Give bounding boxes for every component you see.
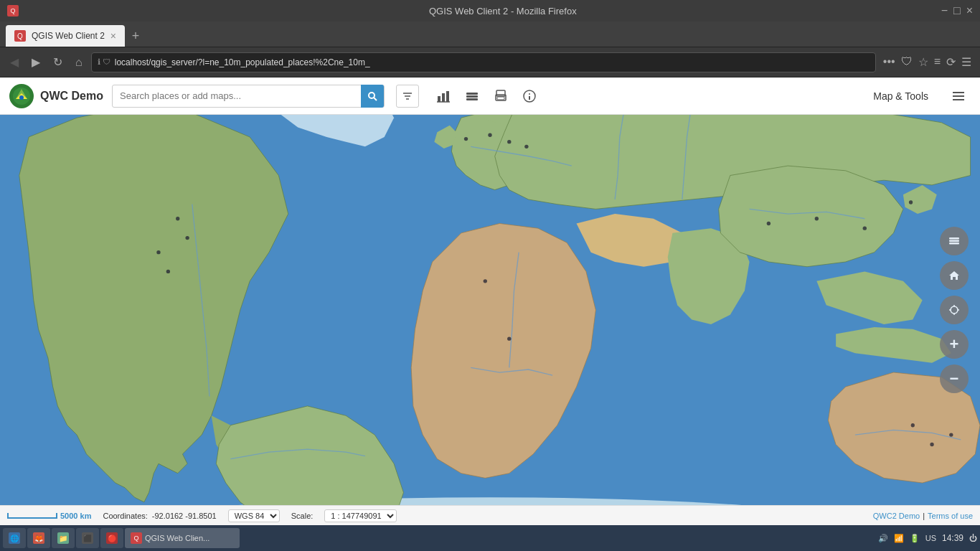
title-bar: Q QGIS Web Client 2 - Mozilla Firefox − … (0, 0, 980, 22)
hamburger-menu-button[interactable]: ☰ (961, 55, 971, 69)
taskbar-item-terminal[interactable]: ⬛ (76, 528, 99, 548)
app-toolbar: QWC Demo (0, 77, 980, 115)
svg-rect-9 (442, 93, 445, 102)
map-tools-button[interactable]: Map & Tools (864, 86, 937, 106)
power-button[interactable]: ⏻ (969, 534, 977, 542)
status-bar: 5000 km Coordinates: -92.0162 -91.8501 W… (0, 505, 980, 525)
keyboard-layout[interactable]: US (925, 534, 936, 542)
svg-point-29 (156, 250, 160, 254)
taskbar-item-app[interactable]: 🔴 (100, 528, 123, 548)
window-title: QGIS Web Client 2 - Mozilla Firefox (65, 6, 941, 17)
map-controls: + − (940, 227, 969, 393)
home-ctrl-icon (948, 269, 961, 282)
crs-selector[interactable]: WGS 84 (228, 509, 280, 522)
minimize-button[interactable]: − (941, 4, 948, 17)
svg-rect-15 (496, 90, 505, 96)
svg-rect-14 (466, 98, 478, 100)
star-button[interactable]: ☆ (918, 55, 928, 69)
library-button[interactable]: ≡ (934, 55, 941, 69)
svg-point-33 (507, 140, 511, 143)
app-title-text: QWC Demo (40, 90, 103, 103)
home-control-button[interactable] (940, 261, 969, 290)
browser-action-buttons: ••• 🛡 ☆ ≡ ⟳ ☰ (880, 55, 974, 69)
status-separator: | (923, 512, 925, 520)
taskbar-firefox-icon: 🦊 (33, 532, 44, 544)
info-button[interactable] (517, 83, 542, 109)
taskbar-item-firefox[interactable]: 🦊 (27, 528, 50, 548)
crosshair-control-button[interactable] (940, 296, 969, 324)
svg-point-2 (19, 95, 24, 100)
taskbar-item-files[interactable]: 📁 (52, 528, 75, 548)
crosshair-ctrl-icon (948, 303, 961, 316)
svg-point-32 (488, 133, 491, 137)
sync-button[interactable]: ⟳ (946, 55, 956, 69)
battery-icon[interactable]: 🔋 (910, 534, 920, 543)
layers-control-button[interactable] (940, 227, 969, 255)
app-logo: QWC Demo (9, 83, 103, 109)
tab-bar: Q QGIS Web Client 2 × + (0, 22, 980, 47)
chart-button[interactable] (430, 83, 456, 109)
map-tools-label: Map & Tools (873, 90, 928, 102)
zoom-out-control-button[interactable]: − (940, 364, 969, 393)
svg-point-3 (369, 93, 374, 98)
print-icon (494, 89, 508, 103)
layers-icon (465, 89, 479, 103)
taskbar-network-icon: 🌐 (9, 532, 20, 544)
taskbar-app-icon: 🔴 (106, 532, 118, 544)
tab-close-button[interactable]: × (110, 30, 116, 42)
refresh-button[interactable]: ↻ (49, 52, 67, 72)
url-text: localhost/qgis_server/?l=ne_10m_populate… (115, 57, 870, 67)
browser-favicon: Q (7, 5, 19, 17)
svg-rect-17 (497, 97, 504, 100)
back-button[interactable]: ◀ (6, 52, 23, 72)
app-window: QWC Demo (0, 77, 980, 525)
svg-point-31 (464, 137, 468, 141)
zoom-in-control-button[interactable]: + (940, 330, 969, 359)
scale-selector[interactable]: 1 : 147749091 (324, 509, 397, 522)
forward-button[interactable]: ▶ (27, 52, 44, 72)
bookmark-button[interactable]: 🛡 (901, 55, 913, 69)
toolbar-icons (430, 83, 542, 109)
hamburger-icon (951, 89, 966, 103)
svg-point-41 (930, 443, 933, 446)
network-tray-icon[interactable]: 📶 (894, 534, 904, 543)
address-bar: ◀ ▶ ↻ ⌂ ℹ 🛡 localhost/qgis_server/?l=ne_… (0, 47, 980, 77)
svg-rect-46 (949, 242, 959, 245)
map-container[interactable]: + − (0, 115, 980, 505)
svg-point-43 (949, 433, 953, 436)
hamburger-app-menu-button[interactable] (946, 83, 971, 109)
qwc2-demo-link[interactable]: QWC2 Demo (873, 512, 920, 520)
taskbar-files-icon: 📁 (57, 532, 69, 544)
home-button[interactable]: ⌂ (71, 53, 87, 72)
svg-rect-44 (949, 237, 959, 240)
print-button[interactable] (488, 83, 514, 109)
taskbar-active-window[interactable]: Q QGIS Web Clien... (125, 528, 240, 548)
scale-bar: 5000 km (7, 512, 91, 520)
taskbar-item-network[interactable]: 🌐 (3, 528, 26, 548)
info-icon (522, 89, 537, 103)
scale-line-graphic (7, 513, 57, 519)
svg-rect-10 (446, 91, 449, 102)
volume-icon[interactable]: 🔊 (878, 534, 888, 543)
new-tab-button[interactable]: + (125, 25, 146, 47)
svg-point-19 (529, 93, 530, 95)
more-options-button[interactable]: ••• (883, 55, 895, 69)
svg-point-40 (507, 336, 511, 340)
search-input[interactable] (113, 90, 361, 101)
maximize-button[interactable]: □ (953, 4, 961, 17)
terms-of-use-link[interactable]: Terms of use (928, 512, 973, 520)
svg-point-42 (911, 423, 915, 427)
layers-button[interactable] (459, 83, 485, 109)
chart-icon (436, 89, 451, 103)
taskbar: 🌐 🦊 📁 ⬛ 🔴 Q QGIS Web Clien... 🔊 📶 🔋 US 1… (0, 525, 980, 551)
tab-favicon: Q (14, 30, 26, 42)
url-bar[interactable]: ℹ 🛡 localhost/qgis_server/?l=ne_10m_popu… (91, 52, 876, 72)
close-button[interactable]: × (966, 4, 973, 17)
search-container (112, 85, 385, 108)
filter-button[interactable] (396, 85, 419, 108)
tab-label: QGIS Web Client 2 (32, 31, 105, 41)
svg-rect-13 (466, 95, 478, 98)
search-button[interactable] (361, 85, 384, 108)
browser-tab[interactable]: Q QGIS Web Client 2 × (6, 25, 125, 47)
svg-rect-12 (466, 93, 478, 95)
